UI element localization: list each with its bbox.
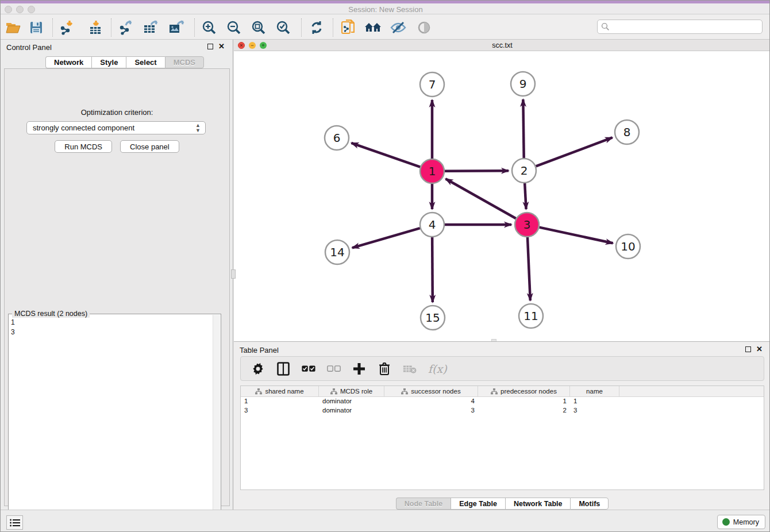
search-input[interactable]: [612, 23, 762, 31]
export-image-icon[interactable]: [168, 20, 185, 36]
table-header-row: shared name MCDS role successor nodes pr…: [241, 386, 764, 397]
cell-mcds-role: dominator: [319, 397, 384, 406]
control-panel: Control Panel ✕ Network Style Select MCD…: [1, 40, 233, 510]
show-all-icon[interactable]: [415, 20, 433, 36]
close-table-panel-icon[interactable]: ✕: [756, 346, 763, 352]
columns-icon[interactable]: [276, 362, 290, 376]
cell-successor-nodes: 4: [384, 397, 478, 406]
deselect-all-icon[interactable]: [327, 362, 341, 376]
network-title: scc.txt: [234, 41, 770, 49]
cell-predecessor-nodes: 1: [478, 397, 570, 406]
delete-table-icon[interactable]: [403, 362, 417, 376]
splitter-grip[interactable]: [231, 269, 236, 279]
search-icon: [601, 22, 610, 31]
delete-icon[interactable]: [378, 362, 391, 376]
window-title: Session: New Session: [1, 5, 770, 14]
tab-mcds[interactable]: MCDS: [165, 56, 204, 68]
gear-icon[interactable]: [251, 362, 265, 376]
export-network-icon[interactable]: [118, 20, 135, 36]
zoom-fit-icon[interactable]: [250, 20, 267, 36]
float-table-panel-icon[interactable]: [745, 346, 751, 352]
edge-1-2[interactable]: [445, 171, 509, 171]
control-panel-tabs: Network Style Select MCDS: [45, 56, 204, 68]
tab-style[interactable]: Style: [91, 56, 126, 68]
column-header[interactable]: predecessor nodes: [478, 386, 570, 396]
edge-3-10[interactable]: [540, 228, 613, 244]
close-panel-icon[interactable]: ✕: [218, 44, 225, 49]
column-header[interactable]: MCDS role: [319, 386, 384, 396]
function-builder-icon[interactable]: f(x): [428, 363, 447, 375]
tab-network-table[interactable]: Network Table: [505, 498, 571, 510]
cell-name: 3: [570, 406, 619, 415]
status-bar: Memory: [1, 510, 770, 532]
table-panel-title: Table Panel: [240, 346, 279, 354]
edge-2-8[interactable]: [536, 137, 613, 166]
zoom-selected-icon[interactable]: [275, 20, 292, 36]
float-panel-icon[interactable]: [207, 44, 213, 49]
optimization-criterion-label: Optimization criterion:: [5, 108, 229, 117]
first-neighbors-icon[interactable]: [364, 20, 382, 36]
edge-1-6[interactable]: [351, 143, 420, 167]
result-scrollbar[interactable]: [213, 315, 220, 532]
node-label-15: 15: [425, 311, 440, 325]
zoom-out-icon[interactable]: [225, 20, 242, 36]
node-label-3: 3: [523, 218, 531, 232]
column-header[interactable]: shared name: [241, 386, 319, 396]
edge-2-3[interactable]: [525, 183, 526, 209]
node-label-6: 6: [333, 131, 341, 145]
cell-mcds-role: dominator: [319, 406, 384, 415]
node-label-7: 7: [429, 78, 436, 91]
edge-4-15[interactable]: [432, 237, 433, 302]
table-row[interactable]: 3 dominator 3 2 3: [241, 406, 764, 415]
edge-3-1[interactable]: [446, 179, 516, 218]
optimization-criterion-select[interactable]: strongly connected component ▲▼: [26, 121, 206, 134]
edge-3-11[interactable]: [528, 237, 530, 300]
attribute-icon: [401, 388, 408, 395]
edge-4-14[interactable]: [352, 228, 420, 248]
attribute-icon: [491, 388, 498, 395]
cell-name: 1: [570, 397, 619, 406]
add-icon[interactable]: [352, 362, 366, 376]
column-header[interactable]: successor nodes: [384, 386, 478, 396]
network-canvas[interactable]: 1234678910111415: [234, 51, 770, 341]
network-graph[interactable]: 1234678910111415: [234, 51, 770, 341]
node-label-4: 4: [429, 218, 436, 232]
node-label-1: 1: [429, 164, 436, 178]
column-header[interactable]: name: [570, 386, 619, 396]
node-table[interactable]: shared name MCDS role successor nodes pr…: [240, 385, 764, 490]
hide-selected-icon[interactable]: [390, 20, 407, 36]
open-file-icon[interactable]: [5, 20, 22, 36]
tab-motifs[interactable]: Motifs: [570, 498, 609, 510]
cell-shared-name: 1: [241, 397, 319, 406]
task-history-button[interactable]: [6, 515, 23, 530]
tab-select[interactable]: Select: [126, 56, 164, 68]
edge-2-9[interactable]: [523, 99, 523, 158]
network-window-titlebar[interactable]: × − + scc.txt: [234, 40, 770, 51]
table-row[interactable]: 1 dominator 4 1 1: [241, 397, 764, 406]
tab-edge-table[interactable]: Edge Table: [451, 498, 505, 510]
table-toolbar: f(x): [240, 356, 764, 381]
result-item: 3: [11, 328, 15, 336]
duplicate-network-icon[interactable]: [340, 20, 357, 36]
export-table-icon[interactable]: [143, 20, 160, 36]
run-mcds-button[interactable]: Run MCDS: [55, 140, 112, 153]
save-session-icon[interactable]: [28, 20, 45, 36]
refresh-icon[interactable]: [308, 20, 325, 36]
zoom-in-icon[interactable]: [201, 20, 218, 36]
table-tabs: Node Table Edge Table Network Table Moti…: [234, 498, 770, 510]
tab-node-table[interactable]: Node Table: [396, 498, 451, 510]
search-box[interactable]: [597, 20, 763, 34]
cell-shared-name: 3: [241, 406, 319, 415]
import-table-icon[interactable]: [87, 20, 105, 36]
list-icon: [10, 519, 20, 527]
select-all-icon[interactable]: [302, 362, 315, 376]
node-label-14: 14: [330, 245, 344, 259]
close-panel-button[interactable]: Close panel: [120, 140, 179, 153]
application-window: Session: New Session: [0, 0, 770, 532]
import-network-icon[interactable]: [59, 20, 76, 36]
memory-button[interactable]: Memory: [717, 515, 765, 529]
node-label-2: 2: [521, 164, 528, 178]
node-label-8: 8: [623, 125, 631, 139]
tab-network[interactable]: Network: [45, 56, 91, 68]
control-panel-title: Control Panel: [6, 43, 52, 52]
